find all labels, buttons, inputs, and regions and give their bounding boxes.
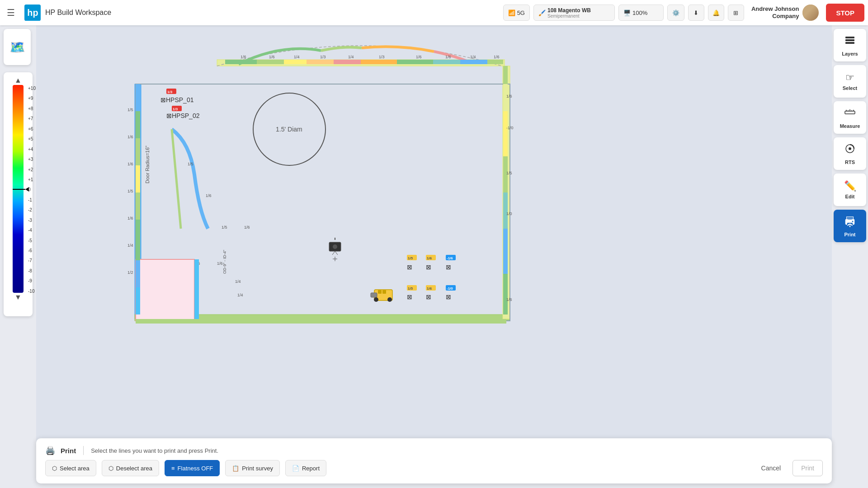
map-icon: 🗺️ [9,40,25,55]
magento-button[interactable]: 🖌️ 108 Magento WB Semipermanent [533,5,615,21]
svg-rect-82 [382,290,386,294]
svg-text:⊠: ⊠ [426,293,431,300]
scale-label-10n: -10 [28,289,36,294]
stop-button[interactable]: STOP [826,4,864,22]
print-bar-icon: 🖨️ [45,446,55,455]
svg-rect-114 [845,42,854,44]
svg-rect-108 [136,192,140,220]
svg-text:⊠: ⊠ [407,293,412,300]
svg-text:1/3: 1/3 [320,55,326,59]
deselect-area-button[interactable]: ⬡ Deselect area [102,460,159,476]
svg-text:1/5: 1/5 [408,256,413,260]
color-scale: ▲ +10 +9 +8 +7 +6 +5 +4 +3 +2 +1 0 -1 -2… [4,72,33,316]
hamburger-button[interactable]: ☰ [0,0,22,25]
header: ☰ hp HP Build Workspace 📶 5G 🖌️ 108 Mage… [0,0,868,25]
flatness-button[interactable]: ≡ Flatness OFF [165,460,220,476]
layers-tool[interactable]: Layers [834,29,866,61]
svg-rect-13 [361,60,397,64]
svg-text:⊠: ⊠ [407,263,412,271]
svg-text:1/6: 1/6 [506,94,512,99]
print-final-button[interactable]: Print [793,460,823,476]
select-area-icon: ⬡ [52,465,57,472]
user-avatar[interactable] [802,5,819,21]
measure-icon [844,106,856,122]
center-toolbar: 📶 5G 🖌️ 108 Magento WB Semipermanent 🖥️ … [503,5,744,21]
hamburger-icon: ☰ [7,7,15,18]
scale-label-5n: -5 [28,238,36,243]
svg-rect-45 [503,192,508,229]
ink-level-icon: 🖥️ [623,9,631,16]
grid-icon: ⊞ [733,9,738,16]
svg-text:⊠: ⊠ [446,263,451,271]
notification-button[interactable]: 🔔 [708,5,724,21]
svg-rect-16 [460,60,487,64]
signal-icon: 📶 [508,9,515,16]
grid-button[interactable]: ⊞ [728,5,744,21]
magento-sub: Semipermanent [547,14,580,19]
svg-rect-116 [845,37,854,38]
scale-bar [13,85,24,293]
svg-point-73 [333,244,337,249]
svg-text:1/3: 1/3 [379,55,385,59]
svg-text:1/6: 1/6 [506,297,512,302]
select-area-button[interactable]: ⬡ Select area [45,460,96,476]
measure-tool[interactable]: Measure [834,101,866,134]
svg-rect-15 [433,60,460,64]
svg-text:1/6: 1/6 [244,225,250,230]
svg-rect-80 [371,293,377,297]
print-bar-header: 🖨️ Print Select the lines you want to pr… [45,446,823,455]
svg-text:1/6: 1/6 [269,55,275,59]
svg-text:1/5: 1/5 [408,286,413,291]
svg-rect-17 [487,60,503,64]
svg-rect-109 [136,220,140,260]
scale-label-6n: -6 [28,248,36,253]
scale-label-2p: +2 [28,167,36,172]
svg-text:OD-9" - ID-4": OD-9" - ID-4" [222,250,227,274]
svg-text:Door Radius=16": Door Radius=16" [145,145,150,183]
svg-text:1/2: 1/2 [127,270,133,275]
svg-rect-117 [845,111,855,114]
print-survey-label: Print survey [242,465,273,472]
scale-down-button[interactable]: ▼ [14,294,22,301]
svg-point-83 [374,297,378,302]
layers-icon [844,34,856,49]
svg-point-84 [387,297,392,302]
print-instruction: Select the lines you want to print and p… [91,447,218,454]
avatar-image [802,5,819,21]
ink-icon: 🖌️ [538,9,546,16]
print-bar: 🖨️ Print Select the lines you want to pr… [36,438,832,483]
signal-button[interactable]: 📶 5G [503,5,530,21]
settings-extra-button[interactable]: ⚙️ [667,5,684,21]
svg-text:1/4: 1/4 [470,55,476,59]
rts-tool[interactable]: RTS [834,137,866,170]
user-area: Andrew Johnson Company [751,5,819,21]
scale-label-2n: -2 [28,207,36,212]
print-divider [83,446,84,455]
hp-logo: hp [24,4,42,22]
scale-label-4p: +4 [28,147,36,152]
svg-rect-41 [503,66,508,84]
ink-level-button[interactable]: 🖥️ 100% [618,5,664,21]
edit-tool[interactable]: ✏️ Edit [834,174,866,206]
select-tool[interactable]: ☞ Select [834,65,866,98]
download-button[interactable]: ⬇ [688,5,704,21]
svg-rect-107 [136,165,140,192]
svg-text:1/6: 1/6 [494,55,500,59]
svg-rect-110 [136,260,140,287]
report-button[interactable]: 📄 Report [285,460,326,476]
print-icon [844,215,856,230]
svg-text:1/5: 1/5 [222,225,227,230]
cancel-button[interactable]: Cancel [755,462,788,474]
flatness-icon: ≡ [171,465,175,472]
print-survey-button[interactable]: 📋 Print survey [225,460,280,476]
signal-label: 5G [517,9,525,16]
svg-text:hp: hp [27,8,38,18]
scale-label-10p: +10 [28,86,36,91]
print-tool[interactable]: Print [834,210,866,242]
scale-up-button[interactable]: ▲ [14,77,22,84]
scale-label-8n: -8 [28,268,36,273]
svg-text:1/6: 1/6 [206,193,212,198]
svg-rect-113 [136,319,506,324]
scale-label-8p: +8 [28,106,36,111]
map-panel[interactable]: 🗺️ [4,29,31,65]
